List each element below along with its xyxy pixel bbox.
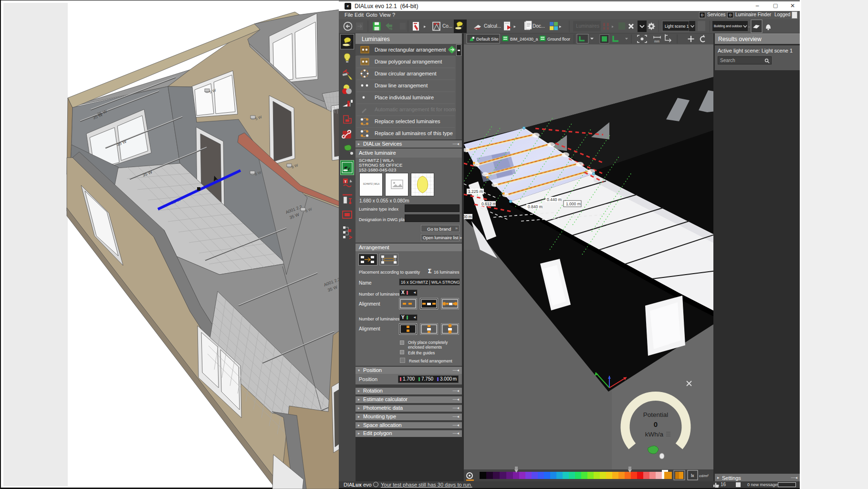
svg-text:BIM_240430_a: BIM_240430_a xyxy=(510,37,538,42)
svg-text:1.225 m: 1.225 m xyxy=(468,189,483,194)
svg-text:1.000 m: 1.000 m xyxy=(566,202,581,206)
svg-text:0.840 m: 0.840 m xyxy=(528,204,543,209)
svg-text:Light scene 1: Light scene 1 xyxy=(665,24,689,29)
svg-text:00 m: 00 m xyxy=(464,214,472,219)
svg-text:lx: lx xyxy=(691,473,694,478)
svg-text:0.440 m: 0.440 m xyxy=(547,197,562,202)
svg-text:0: 0 xyxy=(654,420,658,428)
svg-text:T: T xyxy=(345,180,347,184)
svg-text:cd/m²: cd/m² xyxy=(699,474,709,478)
svg-text:kWh/a: kWh/a xyxy=(645,431,664,438)
svg-text:Luminaires: Luminaires xyxy=(576,23,599,29)
svg-text:Default Site: Default Site xyxy=(476,37,499,42)
svg-text:mm: mm xyxy=(654,40,659,43)
svg-text:Potential: Potential xyxy=(643,411,669,418)
svg-text:Ground floor: Ground floor xyxy=(547,37,570,42)
svg-text:0.612 m: 0.612 m xyxy=(481,202,496,206)
